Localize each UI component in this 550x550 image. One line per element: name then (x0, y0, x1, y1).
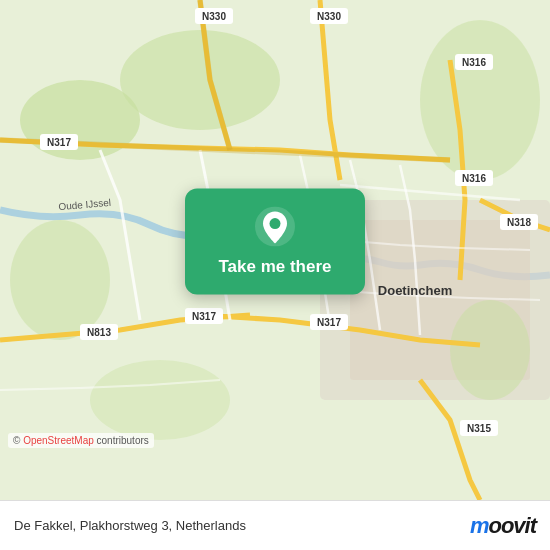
location-pin-icon (255, 207, 295, 247)
svg-text:N315: N315 (467, 423, 491, 434)
svg-point-6 (420, 20, 540, 180)
osm-credit: © OpenStreetMap contributors (8, 433, 154, 448)
osm-link[interactable]: OpenStreetMap (23, 435, 94, 446)
svg-text:N317: N317 (192, 311, 216, 322)
svg-point-5 (10, 220, 110, 340)
svg-point-4 (120, 30, 280, 130)
moovit-m-letter: m (470, 513, 489, 538)
moovit-logo: moovit (470, 513, 536, 539)
osm-prefix: © (13, 435, 23, 446)
svg-point-7 (450, 300, 530, 400)
svg-text:N330: N330 (317, 11, 341, 22)
moovit-rest-letters: oovit (488, 513, 536, 538)
svg-text:N813: N813 (87, 327, 111, 338)
location-text: De Fakkel, Plakhorstweg 3, Netherlands (14, 518, 246, 533)
svg-point-8 (90, 360, 230, 440)
svg-text:N330: N330 (202, 11, 226, 22)
popup-card[interactable]: Take me there (185, 189, 365, 295)
svg-point-32 (270, 218, 281, 229)
svg-text:N316: N316 (462, 57, 486, 68)
osm-suffix: contributors (94, 435, 149, 446)
svg-text:N317: N317 (47, 137, 71, 148)
svg-text:N317: N317 (317, 317, 341, 328)
popup-label: Take me there (218, 257, 331, 277)
svg-text:N316: N316 (462, 173, 486, 184)
map-container: N330 N330 N317 N316 N316 N318 N317 N813 … (0, 0, 550, 500)
bottom-bar: De Fakkel, Plakhorstweg 3, Netherlands m… (0, 500, 550, 550)
svg-text:N318: N318 (507, 217, 531, 228)
svg-text:Doetinchem: Doetinchem (378, 283, 452, 298)
